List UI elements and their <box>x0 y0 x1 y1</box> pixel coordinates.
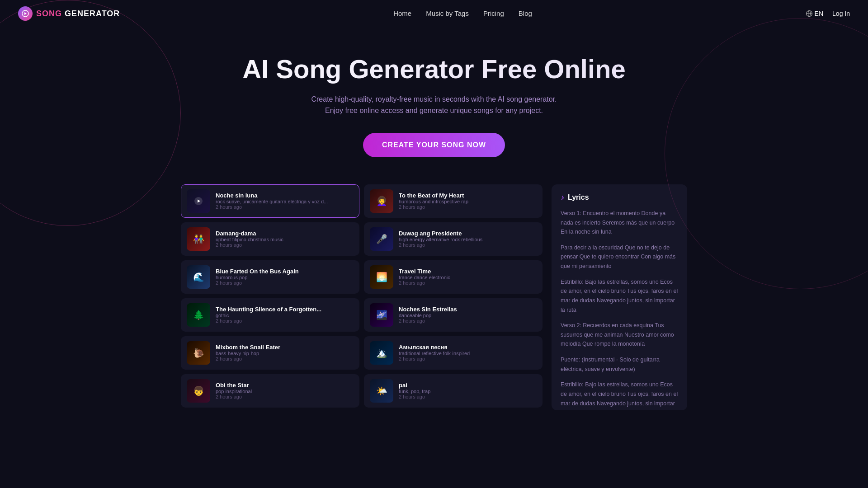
song-time: 2 hours ago <box>216 356 354 361</box>
song-info: Damang-dama upbeat filipino christmas mu… <box>216 230 354 248</box>
song-tags: trance dance electronic <box>399 275 537 280</box>
main-content: Noche sin luna rock suave, unicamente gu… <box>163 175 705 419</box>
song-info: Амылская песня traditional reflective fo… <box>399 344 537 361</box>
song-title: Blue Farted On the Bus Again <box>216 268 354 275</box>
song-card-mixbom[interactable]: 🐌 Mixbom the Snail Eater bass-heavy hip-… <box>181 336 359 370</box>
song-title: To the Beat of My Heart <box>399 192 537 199</box>
song-thumbnail: 🌅 <box>370 265 393 289</box>
hero-title: AI Song Generator Free Online <box>9 54 859 84</box>
song-title: Noche sin luna <box>216 192 354 199</box>
song-thumbnail: 🌲 <box>187 303 210 327</box>
song-info: To the Beat of My Heart humorous and int… <box>399 192 537 210</box>
song-thumbnail: 🌤️ <box>370 379 393 403</box>
song-tags: gothic <box>216 313 354 318</box>
song-card-obi[interactable]: 👦 Obi the Star pop inspirational 2 hours… <box>181 374 359 408</box>
language-selector[interactable]: EN <box>806 10 823 17</box>
lyrics-paragraph: Verso 2: Recuerdos en cada esquina Tus s… <box>561 321 678 349</box>
song-thumbnail: 🌌 <box>370 303 393 327</box>
song-info: Obi the Star pop inspirational 2 hours a… <box>216 382 354 399</box>
song-card-damang[interactable]: 👫 Damang-dama upbeat filipino christmas … <box>181 222 359 256</box>
navigation: SONG GENERATOR Home Music by Tags Pricin… <box>0 0 868 27</box>
song-card-amilska[interactable]: 🏔️ Амылская песня traditional reflective… <box>364 336 542 370</box>
song-thumbnail: 🏔️ <box>370 341 393 365</box>
bg-circle-left <box>0 0 181 226</box>
song-title: Duwag ang Presidente <box>399 230 537 237</box>
song-card-haunting[interactable]: 🌲 The Haunting Silence of a Forgotten...… <box>181 298 359 332</box>
song-thumbnail: 👦 <box>187 379 210 403</box>
logo-text: SONG GENERATOR <box>36 9 120 19</box>
logo-icon <box>18 6 33 21</box>
song-tags: pop inspirational <box>216 389 354 394</box>
song-info: Mixbom the Snail Eater bass-heavy hip-ho… <box>216 344 354 361</box>
song-time: 2 hours ago <box>216 204 354 210</box>
song-tags: rock suave, unicamente guitarra eléctrig… <box>216 199 354 204</box>
song-tags: high energy alternative rock rebellious <box>399 237 537 242</box>
song-title: Damang-dama <box>216 230 354 237</box>
lyrics-panel: ♪ Lyrics Verso 1: Encuentro el momento D… <box>552 184 687 410</box>
song-tags: danceable pop <box>399 313 537 318</box>
lyrics-paragraph: Para decir a la oscuridad Que no te dejo… <box>561 243 678 271</box>
login-button[interactable]: Log In <box>832 10 850 17</box>
hero-section: AI Song Generator Free Online Create hig… <box>0 27 868 175</box>
song-card-duwag[interactable]: 🎤 Duwag ang Presidente high energy alter… <box>364 222 542 256</box>
song-card-travel[interactable]: 🌅 Travel Time trance dance electronic 2 … <box>364 260 542 294</box>
lang-label: EN <box>815 10 823 17</box>
nav-blog[interactable]: Blog <box>519 9 532 17</box>
song-title: Obi the Star <box>216 382 354 389</box>
song-title: Noches Sin Estrellas <box>399 306 537 313</box>
song-info: Noches Sin Estrellas danceable pop 2 hou… <box>399 306 537 324</box>
song-time: 2 hours ago <box>216 280 354 286</box>
nav-right: EN Log In <box>806 10 850 17</box>
song-title: Амылская песня <box>399 344 537 351</box>
song-thumbnail: 🎤 <box>370 227 393 251</box>
song-info: Travel Time trance dance electronic 2 ho… <box>399 268 537 286</box>
song-info: Duwag ang Presidente high energy alterna… <box>399 230 537 248</box>
song-title: pai <box>399 382 537 389</box>
song-time: 2 hours ago <box>399 204 537 210</box>
cta-button[interactable]: CREATE YOUR SONG NOW <box>363 133 505 157</box>
lyrics-title: Lyrics <box>568 193 589 202</box>
song-thumbnail <box>187 189 210 213</box>
nav-home[interactable]: Home <box>393 9 411 17</box>
song-card-noche[interactable]: Noche sin luna rock suave, unicamente gu… <box>181 184 359 218</box>
lyrics-paragraph: Puente: (Instrumental - Solo de guitarra… <box>561 355 678 374</box>
song-tags: traditional reflective folk-inspired <box>399 351 537 356</box>
song-tags: humorous pop <box>216 275 354 280</box>
song-tags: upbeat filipino christmas music <box>216 237 354 242</box>
globe-icon <box>806 10 813 17</box>
song-time: 2 hours ago <box>399 318 537 324</box>
song-thumbnail: 🐌 <box>187 341 210 365</box>
nav-music-by-tags[interactable]: Music by Tags <box>426 9 469 17</box>
song-info: The Haunting Silence of a Forgotten... g… <box>216 306 354 324</box>
song-card-beat[interactable]: 👩‍🦱 To the Beat of My Heart humorous and… <box>364 184 542 218</box>
song-time: 2 hours ago <box>399 280 537 286</box>
lyrics-content: Verso 1: Encuentro el momento Donde ya n… <box>561 209 678 410</box>
song-info: Blue Farted On the Bus Again humorous po… <box>216 268 354 286</box>
song-card-noches[interactable]: 🌌 Noches Sin Estrellas danceable pop 2 h… <box>364 298 542 332</box>
lyrics-paragraph: Estribillo: Bajo las estrellas, somos un… <box>561 277 678 315</box>
song-title: The Haunting Silence of a Forgotten... <box>216 306 354 313</box>
song-info: Noche sin luna rock suave, unicamente gu… <box>216 192 354 210</box>
song-thumbnail: 👩‍🦱 <box>370 189 393 213</box>
song-time: 2 hours ago <box>399 394 537 399</box>
lyrics-paragraph: Verso 1: Encuentro el momento Donde ya n… <box>561 209 678 237</box>
song-title: Travel Time <box>399 268 537 275</box>
song-card-pai[interactable]: 🌤️ pai funk, pop, trap 2 hours ago <box>364 374 542 408</box>
logo[interactable]: SONG GENERATOR <box>18 6 120 21</box>
nav-pricing[interactable]: Pricing <box>483 9 504 17</box>
nav-links: Home Music by Tags Pricing Blog <box>393 9 532 18</box>
lyrics-header: ♪ Lyrics <box>561 193 678 202</box>
song-time: 2 hours ago <box>216 242 354 248</box>
song-time: 2 hours ago <box>399 356 537 361</box>
song-list: Noche sin luna rock suave, unicamente gu… <box>181 184 542 410</box>
song-thumbnail: 👫 <box>187 227 210 251</box>
song-title: Mixbom the Snail Eater <box>216 344 354 351</box>
play-button[interactable] <box>187 189 210 213</box>
song-tags: funk, pop, trap <box>399 389 537 394</box>
song-thumbnail: 🌊 <box>187 265 210 289</box>
song-time: 2 hours ago <box>216 394 354 399</box>
song-card-blue[interactable]: 🌊 Blue Farted On the Bus Again humorous … <box>181 260 359 294</box>
song-time: 2 hours ago <box>399 242 537 248</box>
music-note-icon: ♪ <box>561 193 564 202</box>
lyrics-paragraph: Estribillo: Bajo las estrellas, somos un… <box>561 380 678 410</box>
